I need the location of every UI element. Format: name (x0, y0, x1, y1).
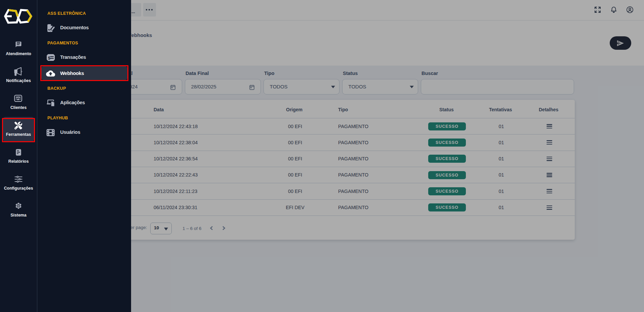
svg-text:$: $ (48, 55, 51, 61)
